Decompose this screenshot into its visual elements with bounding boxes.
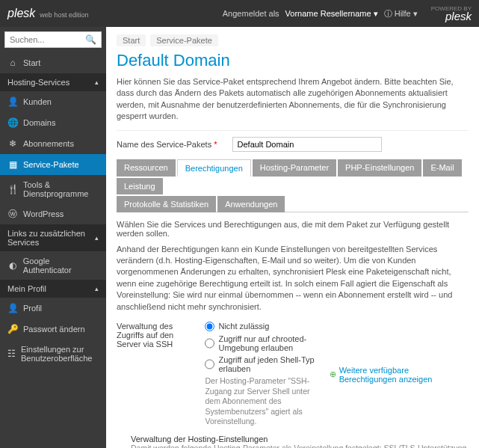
sidebar-tools[interactable]: 🍴Tools & Dienstprogramme <box>0 175 106 203</box>
cube-icon: ❄ <box>7 138 18 149</box>
hosting-settings-checkbox[interactable] <box>117 436 126 448</box>
home-icon: ⌂ <box>7 58 18 68</box>
sidebar-domains[interactable]: 🌐Domains <box>0 112 106 133</box>
tab-protokolle[interactable]: Protokolle & Statistiken <box>117 196 216 212</box>
more-permissions-link[interactable]: ⊕Weitere verfügbare Berechtigungen anzei… <box>330 322 469 427</box>
sidebar-passwort[interactable]: 🔑Passwort ändern <box>0 319 106 340</box>
sidebar-profil[interactable]: 👤Profil <box>0 298 106 319</box>
globe-icon: 🌐 <box>7 117 18 128</box>
profile-icon: 👤 <box>7 303 18 313</box>
content-desc2: Anhand der Berechtigungen kann ein Kunde… <box>117 244 469 313</box>
tools-icon: 🍴 <box>7 184 18 194</box>
sidebar-abos[interactable]: ❄Abonnements <box>0 133 106 154</box>
plus-icon: ⊕ <box>330 369 336 379</box>
sidebar-ui-settings[interactable]: ☷Einstellungen zur Benutzeroberfläche <box>0 340 106 368</box>
key-icon: 🔑 <box>7 324 18 334</box>
tab-berechtigungen[interactable]: Berechtigungen <box>177 159 251 177</box>
breadcrumb: Start Service-Pakete <box>117 34 469 46</box>
tab-anwendungen[interactable]: Anwendungen <box>217 196 285 212</box>
brand-logo: plesk web host edition <box>7 7 88 20</box>
sidebar-header-links[interactable]: Links zu zusätzlichen Services▴ <box>0 224 106 251</box>
sidebar-header-profil[interactable]: Mein Profil▴ <box>0 280 106 298</box>
chevron-up-icon: ▴ <box>95 285 99 292</box>
package-icon: ▦ <box>7 159 18 170</box>
settings-icon: ☷ <box>7 349 16 359</box>
shield-icon: ◐ <box>7 260 18 271</box>
user-menu[interactable]: Vorname Resellername ▾ <box>285 9 378 19</box>
wordpress-icon: ⓦ <box>7 209 18 219</box>
search-icon[interactable]: 🔍 <box>81 33 101 46</box>
sidebar-service-pakete[interactable]: ▦Service-Pakete <box>0 154 106 175</box>
tab-ressourcen[interactable]: Ressourcen <box>117 159 176 177</box>
sidebar-header-hosting[interactable]: Hosting-Services▴ <box>0 73 106 91</box>
sidebar-google-auth[interactable]: ◐Google Authenticator <box>0 251 106 280</box>
sidebar-wordpress[interactable]: ⓦWordPress <box>0 203 106 224</box>
search-box[interactable]: 🔍 <box>4 31 102 48</box>
ssh-opt1[interactable]: Nicht zulässig <box>205 322 318 331</box>
content-desc1: Wählen Sie die Services und Berechtigung… <box>117 220 469 238</box>
page-title: Default Domain <box>117 51 469 70</box>
ssh-label: Verwaltung des Zugriffs auf den Server v… <box>117 322 194 427</box>
help-menu[interactable]: ⓘ Hilfe ▾ <box>384 8 418 19</box>
name-label: Name des Service-Pakets * <box>117 140 217 149</box>
breadcrumb-start[interactable]: Start <box>117 34 146 46</box>
chevron-up-icon: ▴ <box>95 79 99 86</box>
user-icon: 👤 <box>7 96 18 107</box>
sidebar-kunden[interactable]: 👤Kunden <box>0 91 106 112</box>
tab-leistung[interactable]: Leistung <box>117 178 163 194</box>
sidebar-start[interactable]: ⌂Start <box>0 52 106 73</box>
ssh-opt3[interactable]: Zugriff auf jeden Shell-Typ erlauben <box>205 355 318 373</box>
name-input[interactable] <box>232 137 382 152</box>
hosting-settings-title: Verwaltung der Hosting-Einstellungen <box>131 435 469 444</box>
tab-email[interactable]: E-Mail <box>423 159 461 177</box>
logged-in-label: Angemeldet als <box>223 9 279 18</box>
hosting-settings-sub: Damit werden folgende Hosting-Parameter … <box>131 444 469 448</box>
breadcrumb-pakete[interactable]: Service-Pakete <box>150 34 218 46</box>
tab-hosting[interactable]: Hosting-Parameter <box>253 159 336 177</box>
intro-text: Hier können Sie das Service-Paket entspr… <box>117 76 469 123</box>
ssh-opt2[interactable]: Zugriff nur auf chrooted-Umgebung erlaub… <box>205 334 318 352</box>
ssh-note: Der Hosting-Parameter "SSH-Zugang zur Se… <box>205 376 318 427</box>
tab-php[interactable]: PHP-Einstellungen <box>338 159 421 177</box>
search-input[interactable] <box>5 32 81 47</box>
powered-by: POWERED BY plesk <box>431 6 472 22</box>
chevron-up-icon: ▴ <box>95 234 99 242</box>
